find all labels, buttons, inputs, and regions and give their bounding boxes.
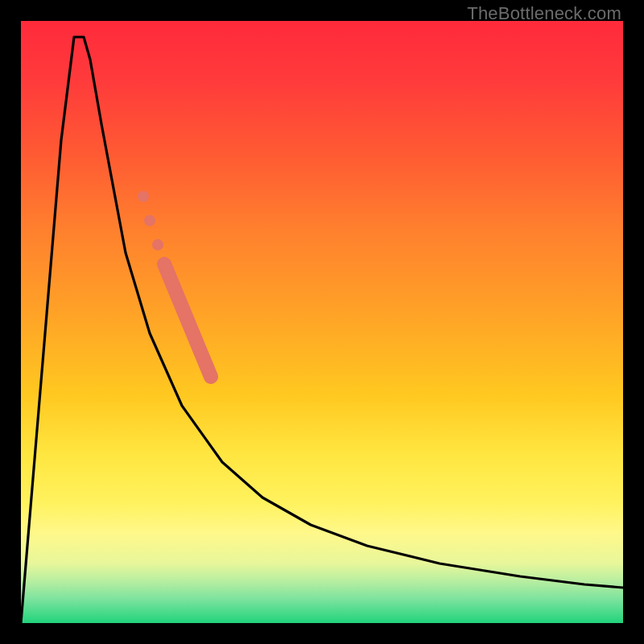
watermark-text: TheBottleneck.com <box>467 3 621 24</box>
highlight-band <box>164 264 211 377</box>
dot-1 <box>138 191 149 202</box>
deviation-curve <box>21 37 623 623</box>
marker-group <box>138 191 163 250</box>
plot-area <box>21 21 623 623</box>
dot-3 <box>152 239 163 250</box>
dot-2 <box>144 215 155 226</box>
chart-container: TheBottleneck.com <box>0 0 644 644</box>
curve-svg <box>21 21 623 623</box>
